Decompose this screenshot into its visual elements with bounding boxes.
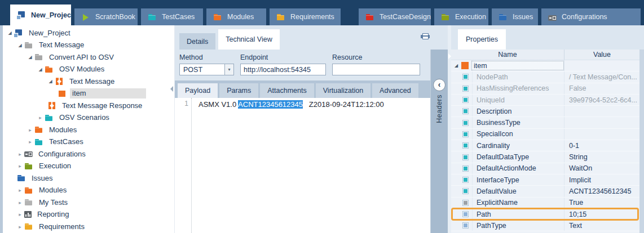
tree-item-issues-12[interactable]: Issues bbox=[3, 172, 174, 185]
tab-testcases[interactable]: TestCases bbox=[141, 8, 203, 25]
expanded-arrow-icon[interactable]: ◢ bbox=[37, 67, 44, 72]
tree-item-label: Reporting bbox=[35, 209, 72, 219]
property-row-defaultactionmode[interactable]: DefaultActionModeWaitOn bbox=[451, 163, 639, 174]
tree-item-testcases-9[interactable]: ▸TestCases bbox=[3, 136, 174, 149]
collapsed-arrow-icon[interactable]: ▸ bbox=[16, 224, 24, 230]
collapsed-arrow-icon[interactable]: ▸ bbox=[16, 200, 24, 205]
tab-testcasedesign[interactable]: TestCaseDesign bbox=[359, 8, 431, 25]
tab-new-project[interactable]: New_Project× bbox=[10, 5, 71, 25]
value-cell[interactable]: Text bbox=[564, 220, 639, 231]
resource-input[interactable] bbox=[332, 64, 420, 75]
property-icon-box bbox=[460, 83, 473, 94]
subtab-attachments[interactable]: Attachments bbox=[260, 83, 314, 98]
tab-details[interactable]: Details bbox=[179, 33, 215, 50]
headers-strip-label[interactable]: Headers bbox=[435, 95, 443, 123]
column-header-value[interactable]: Value bbox=[564, 50, 639, 60]
folder-icon bbox=[213, 13, 222, 21]
property-row-defaultdatatype[interactable]: DefaultDataTypeString bbox=[451, 151, 639, 163]
property-row-hasmissingreferences[interactable]: HasMissingReferencesFalse bbox=[451, 83, 639, 95]
tree-item-modules-8[interactable]: ▸Modules bbox=[3, 124, 174, 136]
tab-technical-view[interactable]: Technical View bbox=[218, 29, 279, 50]
module-icon bbox=[47, 101, 56, 110]
tree-item-text-message-response-6[interactable]: Text Message Response bbox=[3, 100, 174, 112]
subtab-params[interactable]: Params bbox=[219, 83, 258, 98]
collapsed-arrow-icon[interactable]: ▸ bbox=[16, 187, 24, 193]
method-select[interactable]: POST▾ bbox=[179, 64, 234, 75]
value-cell[interactable] bbox=[564, 60, 639, 71]
value-cell[interactable]: / Text Message/Con... bbox=[564, 71, 639, 82]
property-row-interfacetype[interactable]: InterfaceTypeImplicit bbox=[451, 174, 639, 186]
tree-item-execution-11[interactable]: ▸Execution bbox=[3, 160, 174, 173]
expanded-arrow-icon[interactable]: ◢ bbox=[16, 43, 24, 48]
value-cell[interactable]: 39e979c4-52c2-6c4... bbox=[564, 95, 639, 105]
headers-collapsed-strip[interactable]: ‹ Headers bbox=[430, 50, 448, 233]
property-row-description[interactable]: Description bbox=[451, 106, 639, 117]
subtab-advanced[interactable]: Advanced bbox=[372, 83, 418, 98]
value-cell[interactable] bbox=[564, 106, 639, 116]
expanded-arrow-icon[interactable]: ◢ bbox=[453, 63, 460, 68]
property-row-uniqueid[interactable]: UniqueId39e979c4-52c2-6c4... bbox=[451, 95, 639, 106]
value-cell[interactable]: String bbox=[564, 151, 639, 162]
value-cell[interactable] bbox=[564, 117, 639, 128]
property-row-cardinality[interactable]: Cardinality0-1 bbox=[451, 140, 639, 151]
property-row-path[interactable]: Path10;15 bbox=[451, 209, 639, 220]
collapsed-arrow-icon[interactable]: ▸ bbox=[27, 139, 34, 145]
tab-execution[interactable]: Execution bbox=[434, 8, 488, 25]
value-cell[interactable]: Implicit bbox=[564, 174, 639, 185]
property-root-row-item[interactable]: ◢item bbox=[451, 60, 639, 71]
scrollbar[interactable] bbox=[639, 50, 644, 233]
collapsed-arrow-icon[interactable]: ▸ bbox=[16, 151, 24, 157]
subtab-payload[interactable]: Payload bbox=[178, 83, 218, 98]
column-header-name[interactable]: Name bbox=[451, 50, 564, 60]
tree-item-osv-scenarios-7[interactable]: ▸OSV Scenarios bbox=[3, 112, 174, 124]
property-row-specialicon[interactable]: SpecialIcon bbox=[451, 129, 639, 140]
collapse-left-panel-arrow-icon[interactable] bbox=[170, 86, 173, 92]
subtab-virtualization[interactable]: Virtualization bbox=[316, 83, 370, 98]
expanded-arrow-icon[interactable]: ◢ bbox=[6, 30, 14, 35]
tree-item-modules-13[interactable]: ▸Modules bbox=[3, 185, 174, 197]
tree-item-reporting-15[interactable]: ▸Reporting bbox=[3, 209, 174, 221]
tree-item-convert-api-to-osv-2[interactable]: ◢Convert API to OSV bbox=[3, 51, 174, 64]
tree-item-osv-modules-3[interactable]: ◢OSV Modules bbox=[3, 64, 174, 76]
collapsed-arrow-icon[interactable]: ▸ bbox=[16, 163, 24, 169]
value-cell[interactable]: False bbox=[564, 83, 639, 94]
value-cell[interactable] bbox=[564, 129, 639, 140]
property-row-pathtype[interactable]: PathTypeText bbox=[451, 220, 639, 231]
tree-item-new-project-0[interactable]: ◢New_Project bbox=[3, 27, 174, 39]
value-cell[interactable]: 10;15 bbox=[564, 209, 639, 219]
value-cell[interactable]: WaitOn bbox=[564, 163, 639, 174]
collapsed-arrow-icon[interactable]: ▸ bbox=[27, 127, 34, 133]
property-icon-box bbox=[460, 140, 473, 151]
tree-item-item-5[interactable]: item bbox=[3, 88, 174, 100]
value-cell[interactable]: True bbox=[564, 198, 639, 208]
folder-icon bbox=[24, 186, 33, 195]
payload-editor[interactable]: 1 ASMX V1.0 ACNT12345612345 Z2018-09-24T… bbox=[175, 98, 430, 233]
collapsed-arrow-icon[interactable]: ▸ bbox=[37, 115, 44, 120]
value-cell[interactable]: 0-1 bbox=[564, 140, 639, 151]
payload-text[interactable]: ASMX V1.0 ACNT12345612345 Z2018-09-24T12… bbox=[192, 98, 430, 233]
property-row-nodepath[interactable]: NodePath/ Text Message/Con... bbox=[451, 71, 639, 83]
printer-icon[interactable] bbox=[421, 35, 430, 38]
tree-item-text-message-1[interactable]: ◢Text Message bbox=[3, 39, 174, 52]
chevron-left-icon[interactable]: ‹ bbox=[433, 79, 445, 91]
tab-requirements[interactable]: Requirements bbox=[270, 8, 341, 25]
properties-grid: Name Value ◢itemNodePath/ Text Message/C… bbox=[451, 50, 644, 233]
endpoint-input[interactable] bbox=[240, 64, 326, 75]
property-row-businesstype[interactable]: BusinessType bbox=[451, 117, 639, 128]
property-row-defaultvalue[interactable]: DefaultValueACNT12345612345 bbox=[451, 186, 639, 197]
tab-scratchbook[interactable]: ScratchBook bbox=[74, 8, 138, 25]
tree-item-requirements-16[interactable]: ▸Requirements bbox=[3, 221, 174, 233]
chevron-down-icon[interactable]: ▾ bbox=[224, 64, 233, 75]
tab-properties[interactable]: Properties bbox=[458, 29, 506, 50]
tab-configurations[interactable]: Configurations bbox=[541, 8, 641, 25]
tree-item-text-message-4[interactable]: ◢Text Message bbox=[3, 75, 174, 88]
expanded-arrow-icon[interactable]: ◢ bbox=[27, 55, 34, 60]
tree-item-my-tests-14[interactable]: ▸My Tests bbox=[3, 196, 174, 209]
tree-item-configurations-10[interactable]: ▸Configurations bbox=[3, 148, 174, 160]
collapsed-arrow-icon[interactable]: ▸ bbox=[16, 212, 24, 217]
value-cell[interactable]: ACNT12345612345 bbox=[564, 186, 639, 196]
tab-issues[interactable]: Issues bbox=[492, 8, 538, 25]
expanded-arrow-icon[interactable]: ◢ bbox=[47, 79, 54, 84]
tab-modules[interactable]: Modules bbox=[206, 8, 266, 25]
property-row-explicitname[interactable]: ExplicitNameTrue bbox=[451, 198, 639, 209]
